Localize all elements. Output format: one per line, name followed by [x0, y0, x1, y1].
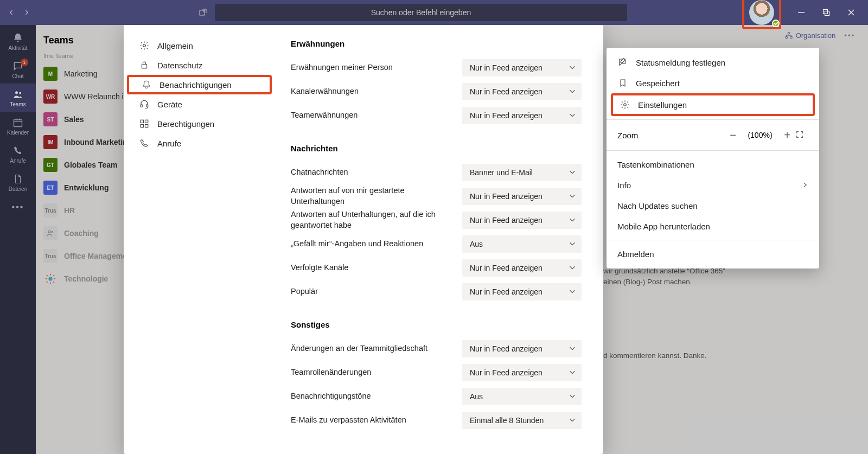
settings-body: ErwähnungenErwähnungen meiner PersonNur … — [276, 24, 603, 454]
team-name: Coaching — [64, 229, 99, 238]
svg-point-12 — [143, 44, 146, 47]
nav-back-button[interactable] — [4, 5, 18, 20]
chevron-down-icon — [569, 287, 576, 297]
setting-dropdown[interactable]: Nur in Feed anzeigen — [462, 283, 582, 300]
zoom-label: Zoom — [617, 131, 725, 140]
rail-files[interactable]: Dateien — [0, 168, 36, 196]
settings-nav-grid[interactable]: Berechtigungen — [127, 114, 272, 133]
svg-rect-4 — [786, 36, 788, 38]
setting-dropdown[interactable]: Nur in Feed anzeigen — [462, 259, 582, 277]
setting-value: Nur in Feed anzeigen — [470, 63, 542, 72]
rail-activity[interactable]: Aktivität — [0, 27, 36, 55]
menu-separator — [607, 119, 819, 120]
window-maximize-button[interactable] — [814, 0, 839, 25]
zoom-value: (100%) — [741, 131, 779, 139]
rail-calls[interactable]: Anrufe — [0, 140, 36, 168]
settings-nav-lock[interactable]: Datenschutz — [127, 55, 272, 75]
setting-dropdown[interactable]: Aus — [462, 235, 582, 253]
setting-dropdown[interactable]: Einmal alle 8 Stunden — [462, 412, 582, 429]
rail-calendar[interactable]: Kalender — [0, 112, 36, 140]
rail-more-button[interactable]: ••• — [0, 196, 36, 218]
svg-point-6 — [15, 91, 18, 94]
status-edit-icon — [617, 57, 628, 68]
chevron-down-icon — [569, 368, 576, 378]
setting-row: Verfolgte KanäleNur in Feed anzeigen — [291, 256, 582, 280]
settings-nav-headset[interactable]: Geräte — [127, 94, 272, 114]
setting-row: TeamrollenänderungenNur in Feed anzeigen — [291, 361, 582, 385]
rail-chat[interactable]: Chat1 — [0, 55, 36, 84]
team-avatar: ET — [43, 181, 58, 195]
window-close-button[interactable] — [839, 0, 864, 25]
chevron-down-icon — [569, 344, 576, 354]
svg-point-11 — [48, 277, 52, 280]
setting-dropdown[interactable]: Nur in Feed anzeigen — [462, 364, 582, 381]
setting-label: Benachrichtigungstöne — [291, 391, 451, 402]
profile-avatar-button[interactable] — [742, 0, 781, 29]
setting-row: E-Mails zu verpassten AktivitätenEinmal … — [291, 408, 582, 432]
setting-row: Antworten auf von mir gestartete Unterha… — [291, 184, 582, 208]
settings-nav-bell[interactable]: Benachrichtigungen — [127, 75, 272, 94]
bookmark-icon — [617, 78, 628, 88]
setting-value: Nur in Feed anzeigen — [470, 192, 542, 201]
popout-icon[interactable] — [196, 6, 209, 19]
settings-section-title: Nachrichten — [291, 144, 582, 153]
setting-dropdown[interactable]: Aus — [462, 388, 582, 405]
menu-sign-out[interactable]: Abmelden — [607, 244, 819, 264]
setting-value: Nur in Feed anzeigen — [470, 368, 542, 377]
menu-info[interactable]: Info — [607, 175, 819, 195]
bell-icon — [141, 79, 152, 90]
fullscreen-icon[interactable] — [795, 130, 808, 140]
chevron-down-icon — [569, 111, 576, 120]
setting-dropdown[interactable]: Nur in Feed anzeigen — [462, 83, 582, 100]
menu-shortcuts[interactable]: Tastenkombinationen — [607, 154, 819, 175]
team-avatar: GT — [43, 158, 58, 172]
settings-section-title: Sonstiges — [291, 320, 582, 329]
chevron-down-icon — [569, 264, 576, 273]
team-name: Globales Team — [64, 161, 118, 169]
setting-label: „Gefällt mir“-Angaben und Reaktionen — [291, 239, 451, 250]
setting-dropdown[interactable]: Nur in Feed anzeigen — [462, 212, 582, 229]
grid-icon — [139, 118, 150, 129]
chevron-down-icon — [569, 216, 576, 225]
setting-dropdown[interactable]: Banner und E-Mail — [462, 164, 582, 181]
setting-value: Nur in Feed anzeigen — [470, 111, 542, 120]
setting-dropdown[interactable]: Nur in Feed anzeigen — [462, 59, 582, 76]
chevron-right-icon — [802, 181, 808, 190]
setting-label: E-Mails zu verpassten Aktivitäten — [291, 415, 451, 426]
settings-nav-phone[interactable]: Anrufe — [127, 133, 272, 153]
settings-nav-label: Allgemein — [157, 41, 193, 50]
rail-teams[interactable]: Teams — [0, 84, 36, 112]
chevron-down-icon — [569, 87, 576, 97]
setting-dropdown[interactable]: Nur in Feed anzeigen — [462, 188, 582, 205]
chevron-down-icon — [569, 192, 576, 201]
profile-menu: Statusmeldung festlegen Gespeichert Eins… — [607, 48, 819, 268]
setting-dropdown[interactable]: Nur in Feed anzeigen — [462, 107, 582, 124]
team-avatar: Trus — [43, 203, 58, 218]
window-minimize-button[interactable] — [789, 0, 814, 25]
menu-separator — [607, 240, 819, 240]
menu-settings[interactable]: Einstellungen — [611, 93, 815, 116]
setting-value: Nur in Feed anzeigen — [470, 216, 542, 225]
svg-rect-2 — [825, 11, 829, 16]
setting-row: Erwähnungen meiner PersonNur in Feed anz… — [291, 56, 582, 80]
search-input[interactable]: Suchen oder Befehl eingeben — [215, 4, 627, 21]
menu-download-mobile[interactable]: Mobile App herunterladen — [607, 216, 819, 236]
zoom-in-button[interactable]: + — [779, 129, 795, 142]
org-chart-button[interactable]: Organisation••• — [785, 31, 855, 40]
menu-separator — [607, 150, 819, 151]
team-avatar: WR — [43, 89, 58, 104]
chevron-down-icon — [569, 416, 576, 425]
menu-saved[interactable]: Gespeichert — [607, 73, 819, 93]
svg-rect-5 — [790, 36, 792, 38]
nav-forward-button[interactable] — [20, 5, 34, 20]
app-rail: Aktivität Chat1 Teams Kalender Anrufe Da… — [0, 25, 36, 454]
settings-nav-gear[interactable]: Allgemein — [127, 36, 272, 55]
settings-dialog: AllgemeinDatenschutzBenachrichtigungenGe… — [124, 24, 603, 454]
setting-dropdown[interactable]: Nur in Feed anzeigen — [462, 340, 582, 357]
menu-set-status[interactable]: Statusmeldung festlegen — [607, 52, 819, 73]
team-name: Technologie — [64, 274, 108, 283]
svg-point-20 — [624, 104, 627, 106]
menu-check-updates[interactable]: Nach Updates suchen — [607, 195, 819, 216]
zoom-out-button[interactable]: − — [725, 129, 741, 142]
svg-rect-13 — [142, 65, 146, 68]
